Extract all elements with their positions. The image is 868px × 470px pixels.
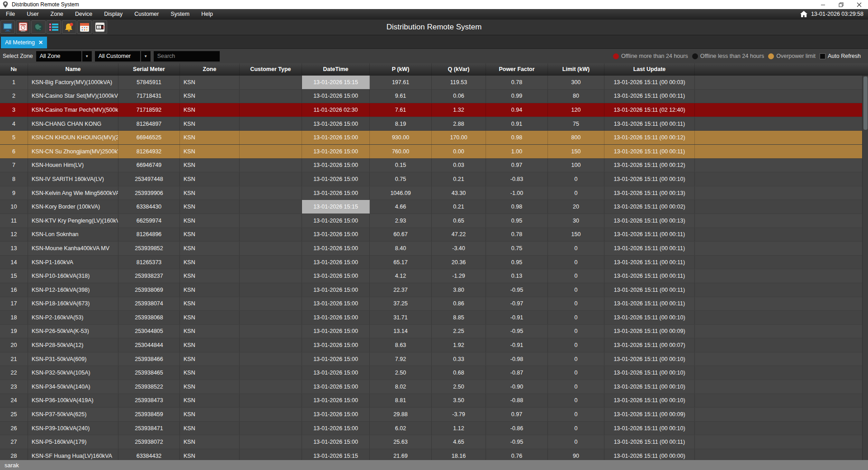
table-row[interactable]: 7KSN-Houen Him(LV)66946749KSN13-01-2026 … [0, 159, 868, 173]
minimize-button[interactable] [814, 0, 832, 9]
monitor-icon[interactable] [0, 20, 15, 34]
table-row[interactable]: 8KSN-IV SARITH 160kVA(LV)253497448KSN13-… [0, 172, 868, 186]
column-header-num[interactable]: № [0, 63, 28, 75]
table-row[interactable]: 11KSN-KTV Kry Pengleng(LV)(160kV66259974… [0, 214, 868, 228]
column-header-zone[interactable]: Zone [180, 63, 240, 75]
alarm-bell-icon[interactable] [62, 20, 76, 34]
close-icon[interactable] [850, 0, 868, 9]
cell-dt: 13-01-2026 15:00 [302, 186, 370, 200]
table-row[interactable]: 25KSN-P37-50kVA(625)253938459KSN13-01-20… [0, 408, 868, 422]
table-row[interactable]: 23KSN-P34-50kVA(140A)253938522KSN13-01-2… [0, 380, 868, 394]
menu-zone[interactable]: Zone [45, 9, 70, 19]
table-row[interactable]: 9KSN-Kelvin Ang Wie Ming5600kVA253939906… [0, 186, 868, 200]
cell-limit: 0 [548, 325, 604, 338]
table-row[interactable]: 3KSN-Casino Tmar Pech(MV)(500kV71718592K… [0, 103, 868, 117]
table-row[interactable]: 17KSN-P18-160kVA(673)253938074KSN13-01-2… [0, 297, 868, 311]
table-row[interactable]: 26KSN-P39-100kVA(240)253938471KSN13-01-2… [0, 422, 868, 436]
column-header-serial[interactable]: Serial Meter [118, 63, 180, 75]
table-row[interactable]: 13KSN-Moune Kanha400kVA MV253939852KSN13… [0, 242, 868, 256]
table-row[interactable]: 16KSN-P12-160kVA(398)253938069KSN13-01-2… [0, 283, 868, 297]
table-row[interactable]: 22KSN-P32-50kVA(105A)253938465KSN13-01-2… [0, 366, 868, 380]
cell-dt: 13-01-2026 15:00 [302, 297, 370, 311]
table-row[interactable]: 2KSN-Casino Star Set(MV)(1000kV71718431K… [0, 90, 868, 104]
select-zone-label: Select Zone [3, 53, 33, 59]
list-icon[interactable] [47, 20, 61, 34]
cell-filler [695, 172, 868, 186]
menu-customer[interactable]: Customer [128, 9, 165, 19]
column-header-limit[interactable]: Limit (kW) [548, 63, 604, 75]
scrollbar-thumb[interactable] [863, 76, 868, 130]
table-row[interactable]: 20KSN-P28-50kVA(12)253044844KSN13-01-202… [0, 338, 868, 352]
cell-name: KSN-P2-160kVA(53) [28, 311, 118, 324]
cell-lastupd: 13-01-2026 15:11 (00 00:12) [604, 131, 695, 144]
column-header-p[interactable]: P (kW) [370, 63, 432, 75]
column-header-ctype[interactable]: Customer Type [240, 63, 302, 75]
cell-q: 0.21 [432, 172, 486, 186]
cell-num: 6 [0, 145, 28, 158]
table-row[interactable]: 24KSN-P36-100kVA(419A)253938473KSN13-01-… [0, 394, 868, 408]
table-row[interactable]: 4KSN-CHANG CHAN KONG81264897KSN13-01-202… [0, 117, 868, 131]
cell-dt: 13-01-2026 15:00 [302, 242, 370, 255]
menu-system[interactable]: System [165, 9, 195, 19]
column-header-lastupd[interactable]: Last Update [604, 63, 695, 75]
home-icon[interactable] [800, 11, 807, 17]
cell-pf: -0.95 [486, 325, 548, 338]
table-row[interactable]: 6KSN-CN Su Zhongjiam(MV)2500kVA81264932K… [0, 145, 868, 159]
cell-ctype [240, 435, 302, 449]
table-row[interactable]: 10KSN-Kory Border (100kVA)63384430KSN13-… [0, 200, 868, 214]
calendar-icon[interactable] [77, 20, 92, 34]
menu-items: FileUserZoneDeviceDisplayCustomerSystemH… [0, 9, 219, 19]
cell-dt: 13-01-2026 15:00 [302, 408, 370, 421]
restore-button[interactable] [832, 0, 850, 9]
column-header-name[interactable]: Name [28, 63, 118, 75]
cell-dt: 13-01-2026 15:00 [302, 380, 370, 394]
cell-ctype [240, 117, 302, 131]
menu-user[interactable]: User [21, 9, 44, 19]
table-row[interactable]: 28KSN-SF Huang Hua(LV)160kVA63384432KSN1… [0, 449, 868, 460]
cell-lastupd: 13-01-2026 15:11 (00 00:11) [604, 242, 695, 255]
cell-zone: KSN [180, 283, 240, 297]
zone-dropdown[interactable]: All Zone ▼ [36, 51, 92, 62]
table-row[interactable]: 12KSN-Lon Soknhan81264896KSN13-01-2026 1… [0, 228, 868, 242]
table-row[interactable]: 21KSN-P31-50kVA(609)253938466KSN13-01-20… [0, 352, 868, 366]
table-row[interactable]: 19KSN-P26-50kVA(K-53)253044805KSN13-01-2… [0, 325, 868, 339]
tab-close-icon[interactable]: ✕ [38, 39, 43, 46]
table-row[interactable]: 15KSN-P10-160kVA(318)253938237KSN13-01-2… [0, 269, 868, 283]
meter-icon[interactable] [16, 20, 30, 34]
table-row[interactable]: 1KSN-Big Factory(MV)(1000kVA)57845911KSN… [0, 76, 868, 90]
cell-limit: 0 [548, 283, 604, 297]
column-header-q[interactable]: Q (kVar) [432, 63, 486, 75]
menu-device[interactable]: Device [69, 9, 98, 19]
column-header-pf[interactable]: Power Factor [486, 63, 548, 75]
menu-file[interactable]: File [0, 9, 21, 19]
cell-num: 18 [0, 311, 28, 324]
cell-limit: 0 [548, 380, 604, 394]
cell-filler [695, 283, 868, 297]
cell-filler [695, 394, 868, 408]
table-row[interactable]: 14KSN-P1-160kVA81265373KSN13-01-2026 15:… [0, 256, 868, 270]
cell-q: 0.00 [432, 145, 486, 158]
chevron-down-icon[interactable]: ▼ [141, 51, 151, 62]
cell-dt: 13-01-2026 15:00 [302, 269, 370, 283]
menu-help[interactable]: Help [195, 9, 219, 19]
table-row[interactable]: 18KSN-P2-160kVA(53)253938068KSN13-01-202… [0, 311, 868, 325]
counter-icon[interactable]: 67 [93, 20, 107, 34]
table-row[interactable]: 27KSN-P5-160kVA(179)253938072KSN13-01-20… [0, 435, 868, 449]
customer-dropdown[interactable]: All Customer ▼ [95, 51, 151, 62]
table-row[interactable]: 5KSN-CN KHOUN KHOUNG(MV)(2566946525KSN13… [0, 131, 868, 145]
column-header-dt[interactable]: DateTime [302, 63, 370, 75]
cell-p: 37.25 [370, 297, 432, 311]
cell-ctype [240, 366, 302, 380]
auto-refresh-checkbox[interactable] [820, 53, 826, 59]
cell-q: 4.65 [432, 435, 486, 449]
vertical-scrollbar[interactable] [862, 76, 868, 460]
cell-filler [695, 131, 868, 144]
cell-serial: 253938068 [118, 311, 180, 324]
tab-all-metering[interactable]: All Metering ✕ [1, 37, 47, 48]
chevron-down-icon[interactable]: ▼ [82, 51, 92, 62]
world-map-icon[interactable] [31, 20, 46, 34]
search-input[interactable] [154, 51, 220, 62]
cell-serial: 81264896 [118, 228, 180, 242]
menu-display[interactable]: Display [98, 9, 128, 19]
cell-num: 11 [0, 214, 28, 228]
